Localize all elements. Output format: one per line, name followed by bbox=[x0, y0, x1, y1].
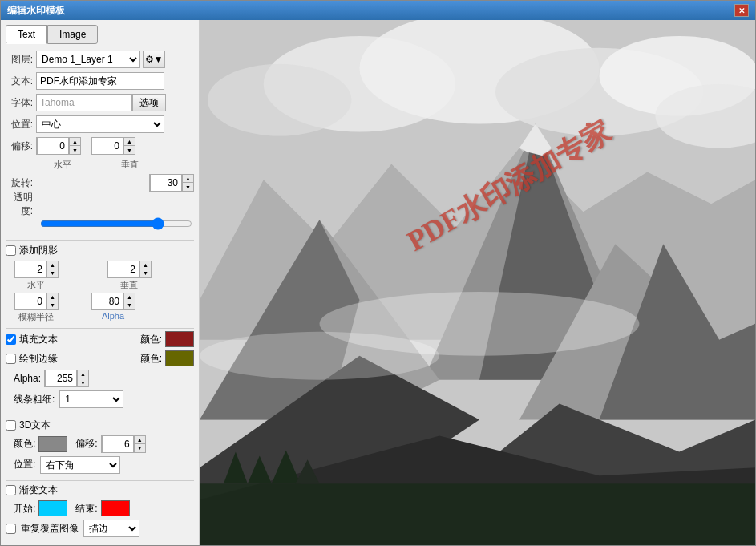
shadow-v-spinner: ▲ ▼ bbox=[107, 261, 152, 278]
shadow-h-spinner: ▲ ▼ bbox=[14, 261, 59, 278]
gradient-checkbox-row: 渐变文本 bbox=[6, 483, 194, 497]
stroke-checkbox[interactable] bbox=[6, 354, 16, 364]
vertical-offset-down[interactable]: ▼ bbox=[123, 146, 135, 154]
shadow-alpha-down[interactable]: ▼ bbox=[123, 301, 135, 309]
shadow-v-label: 垂直 bbox=[120, 279, 138, 291]
shadow-blur-down[interactable]: ▼ bbox=[46, 301, 58, 309]
shadow-checkbox-row: 添加阴影 bbox=[6, 244, 194, 257]
horizontal-offset-up[interactable]: ▲ bbox=[69, 138, 80, 146]
gear-button[interactable]: ⚙▼ bbox=[143, 51, 165, 68]
repeat-label: 重复覆盖图像 bbox=[21, 522, 79, 536]
gear-icon: ⚙▼ bbox=[145, 54, 164, 65]
rotation-up[interactable]: ▲ bbox=[182, 175, 193, 183]
shadow-alpha-input[interactable] bbox=[91, 293, 123, 310]
text3d-checkbox[interactable] bbox=[6, 420, 16, 431]
text3d-offset-buttons: ▲ ▼ bbox=[134, 436, 145, 452]
horizontal-label: 水平 bbox=[40, 159, 85, 171]
close-button[interactable]: ✕ bbox=[734, 4, 749, 17]
rotation-buttons: ▲ ▼ bbox=[182, 175, 193, 191]
tab-text[interactable]: Text bbox=[6, 25, 47, 44]
gradient-checkbox[interactable] bbox=[6, 485, 16, 495]
repeat-mode-select[interactable]: 描边 填充 平铺 bbox=[83, 520, 139, 537]
text3d-color-swatch[interactable] bbox=[38, 436, 67, 452]
shadow-alpha-label: Alpha bbox=[102, 311, 124, 321]
shadow-blur-input[interactable] bbox=[14, 293, 46, 310]
repeat-checkbox[interactable] bbox=[6, 524, 16, 534]
line-width-label: 线条粗细: bbox=[14, 393, 55, 406]
shadow-v-down[interactable]: ▼ bbox=[139, 269, 151, 277]
text3d-offset-spinner: ▲ ▼ bbox=[101, 435, 146, 453]
shadow-blur-spinner: ▲ ▼ bbox=[14, 293, 59, 310]
text-input[interactable] bbox=[36, 72, 164, 90]
vertical-label: 垂直 bbox=[107, 159, 152, 171]
font-row: 字体: 选项 bbox=[6, 94, 194, 111]
rotation-down[interactable]: ▼ bbox=[182, 183, 193, 191]
gradient-label: 渐变文本 bbox=[19, 483, 58, 497]
text3d-position-select[interactable]: 右下角 左上角 右上角 左下角 bbox=[40, 456, 120, 474]
font-select-label: 选项 bbox=[139, 97, 159, 108]
tab-image[interactable]: Image bbox=[47, 25, 98, 44]
horizontal-offset-spinner: ▲ ▼ bbox=[36, 137, 81, 155]
shadow-v-up[interactable]: ▲ bbox=[139, 261, 151, 269]
text3d-offset-input[interactable] bbox=[102, 435, 134, 453]
layer-label: 图层: bbox=[6, 53, 36, 67]
shadow-alpha-buttons: ▲ ▼ bbox=[123, 293, 135, 309]
shadow-v-buttons: ▲ ▼ bbox=[139, 261, 151, 277]
font-select-button[interactable]: 选项 bbox=[132, 94, 166, 111]
position-select[interactable]: 中心 左上角 右上角 左下角 右下角 bbox=[36, 115, 164, 133]
text3d-color-label: 颜色: bbox=[14, 437, 35, 451]
shadow-checkbox[interactable] bbox=[6, 245, 16, 256]
layer-row: 图层: Demo 1_Layer 1 ⚙▼ bbox=[6, 51, 194, 68]
svg-point-19 bbox=[200, 332, 439, 380]
shadow-blur-label: 模糊半径 bbox=[18, 311, 54, 323]
shadow-alpha-group: ▲ ▼ Alpha bbox=[91, 293, 135, 323]
shadow-blur-up[interactable]: ▲ bbox=[46, 293, 58, 301]
left-panel: Text Image 图层: Demo 1_Layer 1 ⚙▼ 文本: bbox=[1, 20, 200, 545]
stroke-color-swatch[interactable] bbox=[165, 350, 194, 366]
tab-bar: Text Image bbox=[6, 25, 194, 44]
text3d-offset-up[interactable]: ▲ bbox=[134, 436, 145, 444]
text-row: 文本: bbox=[6, 72, 194, 90]
vertical-offset-buttons: ▲ ▼ bbox=[123, 138, 135, 154]
font-label: 字体: bbox=[6, 96, 36, 110]
fill-checkbox[interactable] bbox=[6, 334, 16, 345]
shadow-h-label: 水平 bbox=[27, 279, 45, 291]
right-panel: PDF水印添加专家 bbox=[200, 20, 755, 545]
horizontal-offset-down[interactable]: ▼ bbox=[69, 146, 80, 154]
horizontal-offset-input[interactable] bbox=[37, 137, 69, 155]
shadow-settings: ▲ ▼ 水平 ▲ ▼ bbox=[14, 261, 194, 325]
fill-color-label: 颜色: bbox=[140, 333, 162, 346]
vertical-offset-spinner: ▲ ▼ bbox=[91, 137, 135, 155]
stroke-checkbox-row: 绘制边缘 bbox=[6, 352, 58, 366]
stroke-alpha-buttons: ▲ ▼ bbox=[77, 370, 88, 386]
text3d-offset-down[interactable]: ▼ bbox=[134, 444, 145, 452]
shadow-h-down[interactable]: ▼ bbox=[46, 269, 58, 277]
shadow-alpha-spinner: ▲ ▼ bbox=[91, 293, 135, 310]
horizontal-offset-buttons: ▲ ▼ bbox=[69, 138, 80, 154]
text3d-position-label: 位置: bbox=[14, 458, 35, 471]
vertical-offset-input[interactable] bbox=[91, 137, 123, 155]
stroke-alpha-up[interactable]: ▲ bbox=[77, 370, 88, 378]
stroke-alpha-spinner: ▲ ▼ bbox=[44, 370, 89, 387]
gradient-end-swatch[interactable] bbox=[101, 500, 130, 516]
text3d-offset-label: 偏移: bbox=[75, 437, 97, 451]
shadow-v-input[interactable] bbox=[107, 261, 139, 278]
vertical-offset-up[interactable]: ▲ bbox=[123, 138, 135, 146]
line-width-select[interactable]: 1 2 3 bbox=[59, 390, 123, 408]
layer-select[interactable]: Demo 1_Layer 1 bbox=[36, 51, 140, 68]
font-input[interactable] bbox=[36, 94, 132, 111]
shadow-alpha-up[interactable]: ▲ bbox=[123, 293, 135, 301]
opacity-label: 透明度: bbox=[6, 191, 36, 218]
stroke-alpha-down[interactable]: ▼ bbox=[77, 378, 88, 386]
shadow-h-input[interactable] bbox=[14, 261, 46, 278]
stroke-alpha-label: Alpha: bbox=[14, 373, 41, 384]
opacity-slider[interactable] bbox=[40, 217, 192, 230]
rotation-input[interactable] bbox=[150, 174, 182, 192]
fill-label: 填充文本 bbox=[19, 333, 58, 346]
shadow-blur-group: ▲ ▼ 模糊半径 bbox=[14, 293, 59, 323]
shadow-h-group: ▲ ▼ 水平 bbox=[14, 261, 59, 291]
shadow-h-up[interactable]: ▲ bbox=[46, 261, 58, 269]
gradient-start-swatch[interactable] bbox=[38, 500, 67, 516]
fill-color-swatch[interactable] bbox=[165, 331, 194, 347]
stroke-alpha-input[interactable] bbox=[45, 370, 77, 387]
